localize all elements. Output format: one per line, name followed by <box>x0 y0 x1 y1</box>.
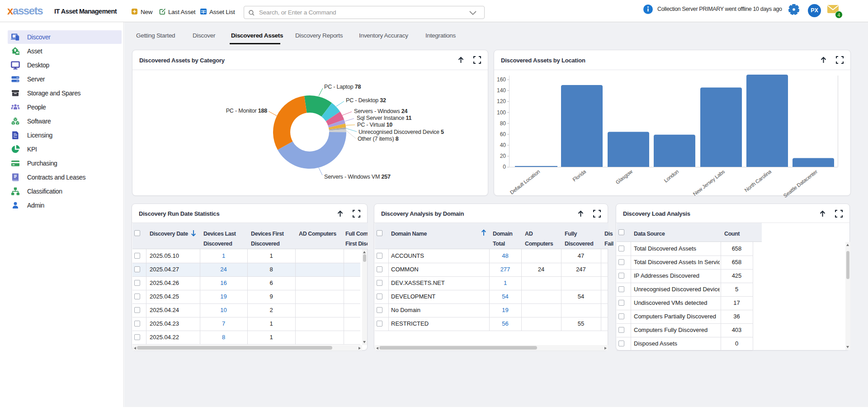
svg-text:Servers - Windows 24: Servers - Windows 24 <box>354 108 408 114</box>
svg-text:100: 100 <box>497 109 506 116</box>
svg-text:160: 160 <box>497 76 506 83</box>
svg-text:0: 0 <box>503 164 506 170</box>
svg-text:North Carolina: North Carolina <box>744 169 773 193</box>
svg-text:20: 20 <box>500 153 506 159</box>
svg-text:Florida: Florida <box>571 169 587 183</box>
svg-text:140: 140 <box>497 87 506 94</box>
svg-text:Default Location: Default Location <box>509 169 541 195</box>
svg-text:PC - Laptop 78: PC - Laptop 78 <box>324 84 361 90</box>
svg-text:120: 120 <box>497 98 506 104</box>
svg-text:60: 60 <box>500 131 506 137</box>
svg-text:Sql Server Instance 11: Sql Server Instance 11 <box>357 115 412 121</box>
svg-text:PC - Desktop 32: PC - Desktop 32 <box>346 97 386 104</box>
svg-text:Other (7 items) 8: Other (7 items) 8 <box>358 136 399 142</box>
svg-text:PC - Monitor 188: PC - Monitor 188 <box>226 108 268 114</box>
svg-text:40: 40 <box>500 142 506 148</box>
svg-text:New Jersey Labs: New Jersey Labs <box>692 169 726 197</box>
svg-text:Servers - Windows VM 257: Servers - Windows VM 257 <box>324 174 391 180</box>
svg-text:London: London <box>663 169 680 183</box>
svg-text:PC - Virtual 10: PC - Virtual 10 <box>357 122 392 128</box>
svg-text:80: 80 <box>500 120 506 127</box>
svg-text:Glasgow: Glasgow <box>615 169 634 185</box>
svg-text:Unrecognised Discovered Device: Unrecognised Discovered Device 5 <box>359 129 444 135</box>
svg-text:Seattle Datacenter: Seattle Datacenter <box>783 169 819 199</box>
